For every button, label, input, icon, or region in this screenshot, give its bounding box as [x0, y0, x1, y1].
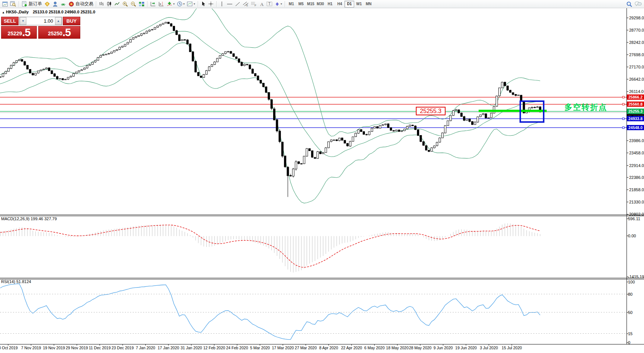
date-axis-label: 19 Jun 2020: [455, 346, 477, 350]
profile-icon[interactable]: [51, 0, 59, 8]
volume-value[interactable]: 1.00: [26, 17, 55, 25]
price-axis-label: 29298.0: [629, 16, 644, 20]
timeframe-m30[interactable]: M30: [315, 1, 325, 7]
sell-button[interactable]: SELL: [1, 17, 19, 25]
candlestick-icon[interactable]: [106, 0, 113, 8]
bar-chart-icon[interactable]: [98, 0, 106, 8]
auto-trading-button[interactable]: 自动交易: [67, 0, 94, 8]
sell-price-display[interactable]: 25229 .5: [1, 26, 37, 39]
cursor-icon[interactable]: [200, 0, 207, 8]
date-axis-label: 9 Jun 2020: [433, 346, 453, 350]
price-axis-label: 28242.0: [629, 40, 644, 45]
templates-icon[interactable]: ▾: [186, 0, 196, 8]
equidistant-channel-icon[interactable]: E: [242, 0, 250, 8]
chart-title: ▲ HK50-,Daily 25133.0 25318.0 24960.0 25…: [2, 10, 95, 14]
timeframe-mn[interactable]: MN: [364, 1, 373, 7]
buy-button[interactable]: BUY: [63, 17, 80, 25]
new-order-button[interactable]: 新订单: [20, 0, 43, 8]
svg-text:F: F: [255, 4, 256, 7]
crosshair-icon[interactable]: [207, 0, 215, 8]
date-axis-label: 17 Mar 2020: [272, 346, 294, 350]
date-axis-label: 23 Dec 2019: [111, 346, 134, 350]
price-tag: 24933.8: [627, 116, 644, 121]
indicators-icon[interactable]: ▾: [165, 0, 176, 8]
ohlc-values: 25133.0 25318.0 24960.0 25231.0: [33, 10, 95, 14]
rsi-axis-label: 100: [628, 280, 635, 284]
macd-axis-label: 596.11: [628, 216, 640, 221]
rsi-label: RSI(14) 51.8124: [1, 279, 31, 284]
rsi-axis-label: 15: [628, 331, 632, 336]
horizontal-line-icon[interactable]: [226, 0, 234, 8]
auto-trading-icon: [68, 1, 74, 7]
text-icon[interactable]: A: [258, 0, 265, 8]
date-axis-label: 8 Apr 2020: [319, 346, 338, 350]
chart-canvas[interactable]: [0, 0, 644, 353]
date-axis-label: 22 Apr 2020: [341, 346, 362, 350]
buy-price-display[interactable]: 25250 .5: [38, 26, 80, 39]
date-axis-label: 31 Jan 2020: [181, 346, 202, 350]
price-axis-label: 20802.0: [629, 212, 644, 216]
chevron-down-icon: ▾: [281, 2, 282, 6]
periods-icon[interactable]: ▾: [176, 0, 186, 8]
timeframe-w1[interactable]: W1: [354, 1, 364, 7]
toolbar-separator: [147, 1, 148, 7]
volume-spinner: ▼ 1.00 ▲: [19, 17, 62, 25]
price-axis-label: 23986.0: [629, 138, 644, 143]
new-order-icon: [22, 1, 27, 7]
chevron-down-icon: ▾: [183, 2, 185, 6]
timeframe-h1[interactable]: H1: [325, 1, 335, 7]
auto-trading-label: 自动交易: [75, 1, 93, 7]
sell-price-pip: .5: [22, 27, 30, 38]
date-axis-label: 29 Nov 2019: [66, 346, 88, 350]
chat-icon[interactable]: [634, 0, 643, 8]
date-axis-label: 8 Oct 2019: [0, 346, 18, 350]
date-axis-label: 5 Mar 2020: [250, 346, 270, 350]
date-axis-label: 17 Jan 2020: [158, 346, 179, 350]
date-axis-label: 12 Feb 2020: [203, 346, 225, 350]
new-order-label: 新订单: [29, 1, 42, 7]
price-tag: 25560.8: [627, 102, 644, 107]
price-axis-label: 21330.0: [629, 200, 644, 204]
macd-axis-label: 0.00: [628, 234, 636, 238]
new-chart-icon[interactable]: [1, 0, 9, 8]
tile-windows-icon[interactable]: [137, 0, 146, 8]
date-axis-label: 27 Mar 2020: [295, 346, 317, 350]
text-label-icon[interactable]: T: [265, 0, 274, 8]
support-zone-bar[interactable]: [479, 110, 547, 112]
trendline-icon[interactable]: [234, 0, 242, 8]
zoom-out-icon[interactable]: [129, 0, 137, 8]
timeframe-m15[interactable]: M15: [306, 1, 315, 7]
price-tag: 24548.0: [627, 125, 644, 130]
data-window-icon[interactable]: [9, 0, 17, 8]
symbol-name: HK50-,Daily: [6, 10, 29, 14]
toolbar-separator: [285, 1, 285, 7]
date-axis-label: 28 May 2020: [409, 346, 431, 350]
zoom-in-icon[interactable]: [121, 0, 129, 8]
timeframe-d1[interactable]: D1: [344, 1, 354, 7]
price-axis-label: 22386.0: [629, 175, 644, 180]
price-axis-label: 27698.0: [629, 52, 644, 57]
volume-decrease-button[interactable]: ▼: [20, 17, 26, 25]
price-axis-label: 28770.0: [629, 28, 644, 32]
fibonacci-icon[interactable]: F: [250, 0, 258, 8]
buy-price-pip: .5: [62, 27, 71, 38]
date-axis-label: 3 Jul 2020: [480, 346, 498, 350]
date-axis-label: 18 May 2020: [386, 346, 409, 350]
signals-icon[interactable]: [59, 0, 67, 8]
collapse-arrow-icon[interactable]: ▲: [2, 11, 5, 14]
volume-increase-button[interactable]: ▲: [55, 17, 62, 25]
gold-icon[interactable]: [43, 0, 51, 8]
search-icon[interactable]: [625, 0, 634, 8]
timeframe-m5[interactable]: M5: [296, 1, 306, 7]
line-chart-icon[interactable]: [113, 0, 121, 8]
timeframe-h4[interactable]: H4: [335, 1, 344, 7]
price-level-flag[interactable]: 25255.3: [416, 107, 446, 115]
auto-scroll-icon[interactable]: [149, 0, 157, 8]
annotation-text[interactable]: 多空转折点: [564, 102, 607, 112]
date-axis-label: 6 May 2020: [364, 346, 385, 350]
chart-shift-icon[interactable]: [157, 0, 165, 8]
price-tag: 25866.2: [627, 94, 644, 100]
vertical-line-icon[interactable]: [218, 0, 226, 8]
arrows-icon[interactable]: ▾: [274, 0, 283, 8]
timeframe-m1[interactable]: M1: [287, 1, 296, 7]
